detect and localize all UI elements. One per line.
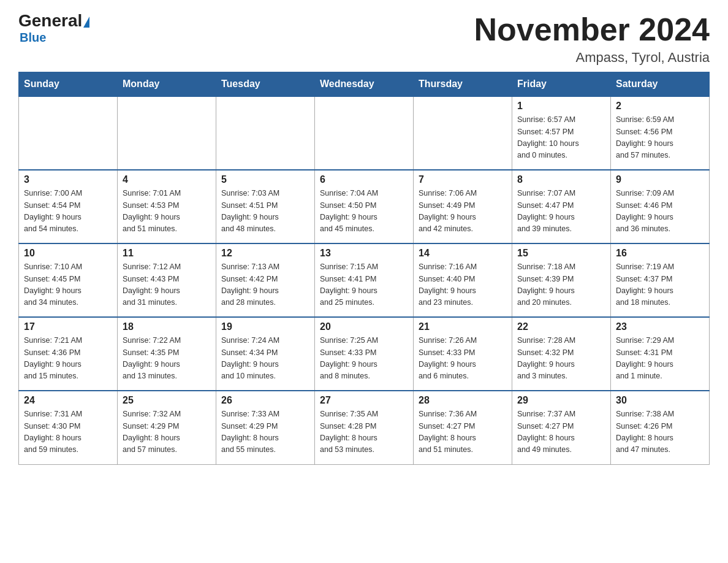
- day-info: Sunrise: 7:13 AM Sunset: 4:42 PM Dayligh…: [221, 261, 309, 309]
- day-info: Sunrise: 7:01 AM Sunset: 4:53 PM Dayligh…: [123, 188, 211, 236]
- logo-text-bottom: Blue: [20, 31, 46, 45]
- day-number: 6: [320, 174, 408, 185]
- day-number: 19: [221, 321, 309, 332]
- calendar-cell: 18Sunrise: 7:22 AM Sunset: 4:35 PM Dayli…: [118, 317, 216, 391]
- calendar-week-row: 3Sunrise: 7:00 AM Sunset: 4:54 PM Daylig…: [19, 170, 710, 243]
- day-info: Sunrise: 7:07 AM Sunset: 4:47 PM Dayligh…: [517, 188, 605, 236]
- day-info: Sunrise: 6:57 AM Sunset: 4:57 PM Dayligh…: [517, 114, 605, 162]
- day-info: Sunrise: 7:26 AM Sunset: 4:33 PM Dayligh…: [419, 335, 507, 383]
- day-number: 25: [123, 395, 211, 406]
- calendar-cell: 22Sunrise: 7:28 AM Sunset: 4:32 PM Dayli…: [512, 317, 611, 391]
- day-info: Sunrise: 7:03 AM Sunset: 4:51 PM Dayligh…: [221, 188, 309, 236]
- calendar-cell: 20Sunrise: 7:25 AM Sunset: 4:33 PM Dayli…: [315, 317, 414, 391]
- calendar-cell: 27Sunrise: 7:35 AM Sunset: 4:28 PM Dayli…: [315, 391, 414, 464]
- day-number: 12: [221, 248, 309, 259]
- weekday-header-tuesday: Tuesday: [216, 72, 315, 97]
- calendar-week-row: 10Sunrise: 7:10 AM Sunset: 4:45 PM Dayli…: [19, 243, 710, 317]
- calendar-cell: 28Sunrise: 7:36 AM Sunset: 4:27 PM Dayli…: [414, 391, 512, 464]
- calendar-week-row: 17Sunrise: 7:21 AM Sunset: 4:36 PM Dayli…: [19, 317, 710, 391]
- day-info: Sunrise: 7:36 AM Sunset: 4:27 PM Dayligh…: [419, 408, 507, 456]
- day-info: Sunrise: 7:19 AM Sunset: 4:37 PM Dayligh…: [616, 261, 704, 309]
- day-number: 8: [517, 174, 605, 185]
- location-subtitle: Ampass, Tyrol, Austria: [474, 50, 710, 66]
- day-number: 1: [517, 101, 605, 112]
- calendar-cell: 1Sunrise: 6:57 AM Sunset: 4:57 PM Daylig…: [512, 96, 611, 170]
- calendar-cell: 23Sunrise: 7:29 AM Sunset: 4:31 PM Dayli…: [611, 317, 710, 391]
- day-info: Sunrise: 7:25 AM Sunset: 4:33 PM Dayligh…: [320, 335, 408, 383]
- day-info: Sunrise: 7:21 AM Sunset: 4:36 PM Dayligh…: [24, 335, 112, 383]
- day-info: Sunrise: 7:18 AM Sunset: 4:39 PM Dayligh…: [517, 261, 605, 309]
- day-info: Sunrise: 7:16 AM Sunset: 4:40 PM Dayligh…: [419, 261, 507, 309]
- weekday-header-sunday: Sunday: [19, 72, 118, 97]
- calendar-cell: 6Sunrise: 7:04 AM Sunset: 4:50 PM Daylig…: [315, 170, 414, 243]
- day-number: 27: [320, 395, 408, 406]
- calendar-cell: 25Sunrise: 7:32 AM Sunset: 4:29 PM Dayli…: [118, 391, 216, 464]
- calendar-cell: 24Sunrise: 7:31 AM Sunset: 4:30 PM Dayli…: [19, 391, 118, 464]
- day-info: Sunrise: 7:37 AM Sunset: 4:27 PM Dayligh…: [517, 408, 605, 456]
- calendar-cell: 4Sunrise: 7:01 AM Sunset: 4:53 PM Daylig…: [118, 170, 216, 243]
- day-info: Sunrise: 7:35 AM Sunset: 4:28 PM Dayligh…: [320, 408, 408, 456]
- calendar-cell: 2Sunrise: 6:59 AM Sunset: 4:56 PM Daylig…: [611, 96, 710, 170]
- calendar-cell: [118, 96, 216, 170]
- day-info: Sunrise: 7:10 AM Sunset: 4:45 PM Dayligh…: [24, 261, 112, 309]
- weekday-header-friday: Friday: [512, 72, 611, 97]
- calendar-cell: 5Sunrise: 7:03 AM Sunset: 4:51 PM Daylig…: [216, 170, 315, 243]
- calendar-week-row: 1Sunrise: 6:57 AM Sunset: 4:57 PM Daylig…: [19, 96, 710, 170]
- calendar-cell: 16Sunrise: 7:19 AM Sunset: 4:37 PM Dayli…: [611, 243, 710, 317]
- day-info: Sunrise: 7:00 AM Sunset: 4:54 PM Dayligh…: [24, 188, 112, 236]
- day-info: Sunrise: 7:38 AM Sunset: 4:26 PM Dayligh…: [616, 408, 704, 456]
- day-info: Sunrise: 7:31 AM Sunset: 4:30 PM Dayligh…: [24, 408, 112, 456]
- day-info: Sunrise: 7:09 AM Sunset: 4:46 PM Dayligh…: [616, 188, 704, 236]
- calendar-cell: [216, 96, 315, 170]
- calendar-cell: 19Sunrise: 7:24 AM Sunset: 4:34 PM Dayli…: [216, 317, 315, 391]
- weekday-header-saturday: Saturday: [611, 72, 710, 97]
- calendar-cell: 9Sunrise: 7:09 AM Sunset: 4:46 PM Daylig…: [611, 170, 710, 243]
- day-info: Sunrise: 7:28 AM Sunset: 4:32 PM Dayligh…: [517, 335, 605, 383]
- calendar-cell: 21Sunrise: 7:26 AM Sunset: 4:33 PM Dayli…: [414, 317, 512, 391]
- weekday-header-thursday: Thursday: [414, 72, 512, 97]
- title-block: November 2024 Ampass, Tyrol, Austria: [474, 12, 710, 66]
- day-number: 10: [24, 248, 112, 259]
- day-number: 15: [517, 248, 605, 259]
- day-number: 2: [616, 101, 704, 112]
- weekday-header-monday: Monday: [118, 72, 216, 97]
- weekday-header-wednesday: Wednesday: [315, 72, 414, 97]
- day-info: Sunrise: 7:33 AM Sunset: 4:29 PM Dayligh…: [221, 408, 309, 456]
- day-info: Sunrise: 7:22 AM Sunset: 4:35 PM Dayligh…: [123, 335, 211, 383]
- calendar-cell: 26Sunrise: 7:33 AM Sunset: 4:29 PM Dayli…: [216, 391, 315, 464]
- day-number: 3: [24, 174, 112, 185]
- day-number: 5: [221, 174, 309, 185]
- calendar-cell: 30Sunrise: 7:38 AM Sunset: 4:26 PM Dayli…: [611, 391, 710, 464]
- day-number: 24: [24, 395, 112, 406]
- calendar-cell: [315, 96, 414, 170]
- calendar-cell: 12Sunrise: 7:13 AM Sunset: 4:42 PM Dayli…: [216, 243, 315, 317]
- calendar-cell: 3Sunrise: 7:00 AM Sunset: 4:54 PM Daylig…: [19, 170, 118, 243]
- day-info: Sunrise: 7:15 AM Sunset: 4:41 PM Dayligh…: [320, 261, 408, 309]
- day-info: Sunrise: 6:59 AM Sunset: 4:56 PM Dayligh…: [616, 114, 704, 162]
- calendar-cell: 8Sunrise: 7:07 AM Sunset: 4:47 PM Daylig…: [512, 170, 611, 243]
- day-number: 16: [616, 248, 704, 259]
- day-number: 30: [616, 395, 704, 406]
- day-number: 26: [221, 395, 309, 406]
- calendar-cell: 15Sunrise: 7:18 AM Sunset: 4:39 PM Dayli…: [512, 243, 611, 317]
- logo: General Blue: [18, 12, 89, 45]
- day-number: 22: [517, 321, 605, 332]
- day-number: 17: [24, 321, 112, 332]
- day-number: 21: [419, 321, 507, 332]
- calendar-cell: 29Sunrise: 7:37 AM Sunset: 4:27 PM Dayli…: [512, 391, 611, 464]
- calendar-table: SundayMondayTuesdayWednesdayThursdayFrid…: [18, 72, 710, 465]
- day-number: 29: [517, 395, 605, 406]
- day-info: Sunrise: 7:06 AM Sunset: 4:49 PM Dayligh…: [419, 188, 507, 236]
- day-number: 4: [123, 174, 211, 185]
- month-title: November 2024: [474, 12, 710, 47]
- day-number: 9: [616, 174, 704, 185]
- day-info: Sunrise: 7:29 AM Sunset: 4:31 PM Dayligh…: [616, 335, 704, 383]
- page-header: General Blue November 2024 Ampass, Tyrol…: [18, 12, 710, 66]
- calendar-cell: 7Sunrise: 7:06 AM Sunset: 4:49 PM Daylig…: [414, 170, 512, 243]
- calendar-cell: [414, 96, 512, 170]
- day-number: 20: [320, 321, 408, 332]
- calendar-cell: 13Sunrise: 7:15 AM Sunset: 4:41 PM Dayli…: [315, 243, 414, 317]
- day-info: Sunrise: 7:12 AM Sunset: 4:43 PM Dayligh…: [123, 261, 211, 309]
- day-number: 7: [419, 174, 507, 185]
- day-info: Sunrise: 7:32 AM Sunset: 4:29 PM Dayligh…: [123, 408, 211, 456]
